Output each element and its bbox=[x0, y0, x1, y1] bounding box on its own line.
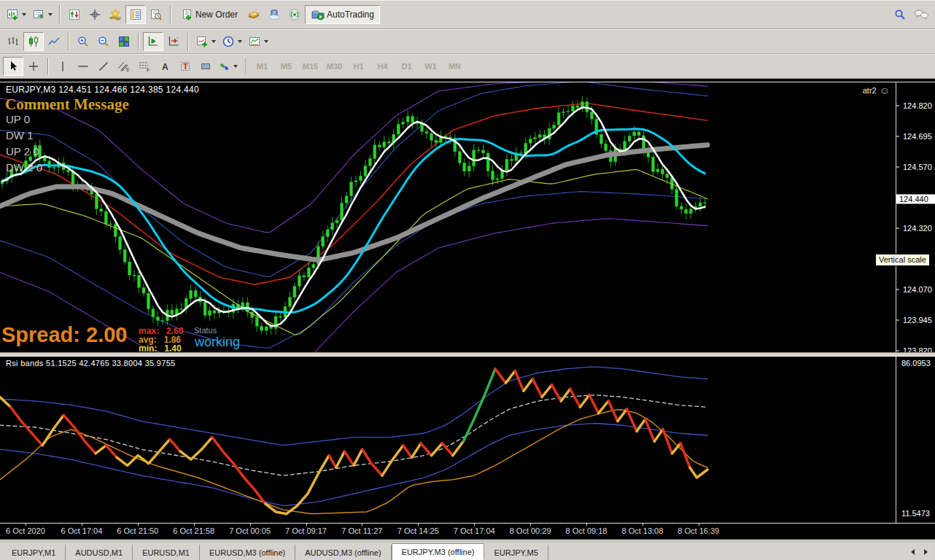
chat-bubbles-icon bbox=[913, 8, 929, 21]
tabs-scroll-right-button[interactable] bbox=[920, 548, 931, 556]
candlestick-chart-button[interactable] bbox=[23, 32, 44, 51]
timeframe-button-m15[interactable]: M15 bbox=[298, 58, 322, 74]
profiles-dropdown-caret[interactable] bbox=[48, 13, 53, 16]
chart-shift-button[interactable] bbox=[163, 32, 184, 51]
time-tick bbox=[306, 524, 307, 526]
market-watch-button[interactable] bbox=[64, 5, 85, 24]
tile-windows-button[interactable] bbox=[114, 32, 134, 51]
timeframe-button-h4[interactable]: H4 bbox=[370, 58, 395, 74]
timeframe-button-mn[interactable]: MN bbox=[443, 58, 467, 74]
fibonacci-icon: F bbox=[138, 61, 151, 72]
signals-icon bbox=[288, 8, 301, 21]
text-button[interactable]: A bbox=[155, 57, 175, 76]
time-label: 6 Oct 21:58 bbox=[173, 526, 214, 535]
chart-tab[interactable]: EURUSD,M1 bbox=[133, 545, 200, 560]
price-label: 124.820 bbox=[903, 101, 932, 110]
line-studies-toolbar: E F A T M1M5M15M30H1H4D1W1MN bbox=[0, 54, 935, 79]
chart-tab[interactable]: EURJPY,M1 bbox=[2, 545, 66, 560]
text-label-button[interactable]: T bbox=[175, 57, 195, 76]
main-chart-pane[interactable]: EURJPY,M3 124.451 124.466 124.385 124.44… bbox=[0, 82, 896, 352]
templates-dropdown-caret[interactable] bbox=[264, 40, 268, 43]
arrows-dropdown-caret[interactable] bbox=[233, 65, 238, 68]
time-label: 7 Oct 17:04 bbox=[454, 526, 495, 535]
search-button[interactable] bbox=[890, 5, 910, 24]
indicators-button[interactable] bbox=[193, 32, 219, 51]
chart-tab[interactable]: AUDUSD,M1 bbox=[66, 545, 133, 560]
charts-toolbar bbox=[0, 29, 935, 54]
chart-tab[interactable]: EURJPY,M5 bbox=[484, 545, 548, 560]
arrows-button[interactable] bbox=[216, 57, 241, 76]
line-chart-button[interactable] bbox=[44, 32, 64, 51]
scroll-right-icon bbox=[924, 549, 928, 555]
terminal-button[interactable] bbox=[125, 5, 146, 24]
signals-button[interactable] bbox=[284, 5, 305, 24]
cursor-arrow-icon bbox=[7, 61, 19, 72]
time-label: 8 Oct 16:39 bbox=[678, 526, 719, 535]
time-label: 6 Oct 21:50 bbox=[117, 526, 158, 535]
spread-min-label: min: bbox=[139, 343, 157, 352]
symbol-ohlc-header: EURJPY,M3 124.451 124.466 124.385 124.44… bbox=[6, 85, 199, 95]
rsi-chart-pane[interactable]: Rsi bands 51.1525 42.4765 33.8004 35.975… bbox=[0, 357, 896, 523]
spread-min-row: min: 1.40 bbox=[139, 343, 182, 352]
indicators-icon bbox=[195, 35, 209, 48]
time-tick bbox=[586, 524, 587, 526]
timeframe-button-m30[interactable]: M30 bbox=[322, 58, 346, 74]
scroll-left-icon bbox=[911, 549, 915, 555]
trendline-button[interactable] bbox=[93, 57, 114, 76]
templates-button[interactable] bbox=[245, 32, 271, 51]
indicator-badge[interactable]: atr2☺ bbox=[863, 85, 890, 96]
cursor-button[interactable] bbox=[3, 57, 23, 76]
chat-button[interactable] bbox=[910, 5, 932, 24]
market-watch-icon bbox=[68, 8, 81, 21]
time-axis[interactable]: 6 Oct 20206 Oct 17:046 Oct 21:506 Oct 21… bbox=[0, 524, 935, 540]
time-label: 8 Oct 00:29 bbox=[510, 526, 551, 535]
vertical-line-button[interactable] bbox=[53, 57, 73, 76]
auto-scroll-button[interactable] bbox=[143, 32, 163, 51]
shapes-button[interactable] bbox=[195, 57, 216, 76]
signal-counter-line: DW 2 0 bbox=[6, 161, 42, 174]
time-tick bbox=[362, 524, 362, 526]
chart-tab[interactable]: EURUSD,M3 (offline) bbox=[200, 545, 295, 560]
spread-label: Spread: 2.00 bbox=[1, 323, 127, 347]
new-order-icon bbox=[181, 8, 194, 21]
price-label: 124.695 bbox=[903, 132, 932, 141]
fibonacci-button[interactable]: F bbox=[134, 57, 155, 76]
timeframe-button-d1[interactable]: D1 bbox=[395, 58, 419, 74]
data-window-button[interactable] bbox=[85, 5, 105, 24]
autotrading-button[interactable]: AutoTrading bbox=[305, 5, 380, 24]
chart-tab-active[interactable]: EURJPY,M3 (offline) bbox=[392, 543, 485, 560]
new-order-button[interactable]: New Order bbox=[175, 5, 244, 24]
new-chart-button[interactable] bbox=[3, 5, 29, 24]
toolbar-grip[interactable] bbox=[245, 59, 246, 74]
periods-button[interactable] bbox=[219, 32, 245, 51]
new-chart-dropdown-caret[interactable] bbox=[22, 13, 26, 16]
time-label: 7 Oct 14:25 bbox=[397, 526, 439, 535]
crosshair-button[interactable] bbox=[23, 57, 44, 76]
navigator-button[interactable] bbox=[105, 5, 125, 24]
timeframe-button-m5[interactable]: M5 bbox=[274, 58, 298, 74]
profiles-button[interactable] bbox=[29, 5, 55, 24]
equidistant-channel-button[interactable]: E bbox=[114, 57, 134, 76]
rsi-scale[interactable]: 86.0953 11.5473 bbox=[896, 357, 935, 523]
standard-toolbar: New Order AutoTrading bbox=[0, 0, 935, 29]
zoom-out-button[interactable] bbox=[93, 32, 114, 51]
zoom-in-button[interactable] bbox=[73, 32, 93, 51]
tabs-scroll-left-button[interactable] bbox=[907, 548, 917, 556]
community-button[interactable] bbox=[264, 5, 284, 24]
timeframe-button-h1[interactable]: H1 bbox=[346, 58, 370, 74]
indicator-badge-label: atr2 bbox=[863, 86, 877, 95]
profiles-icon bbox=[32, 8, 45, 21]
rsi-scale-max: 86.0953 bbox=[901, 359, 931, 368]
metaeditor-button[interactable] bbox=[244, 5, 264, 24]
navigator-star-icon bbox=[109, 8, 122, 21]
timeframe-button-m1[interactable]: M1 bbox=[250, 58, 274, 74]
bar-chart-button[interactable] bbox=[3, 32, 23, 51]
horizontal-line-button[interactable] bbox=[73, 57, 93, 76]
indicators-dropdown-caret[interactable] bbox=[212, 40, 216, 43]
signal-counter-line: UP 0 bbox=[6, 113, 30, 125]
chart-tab[interactable]: AUDUSD,M3 (offline) bbox=[295, 545, 391, 560]
price-scale[interactable]: 124.820124.695124.570124.320124.070123.9… bbox=[896, 82, 935, 352]
strategy-tester-button[interactable] bbox=[146, 5, 166, 24]
timeframe-button-w1[interactable]: W1 bbox=[419, 58, 443, 74]
periods-dropdown-caret[interactable] bbox=[238, 40, 242, 43]
